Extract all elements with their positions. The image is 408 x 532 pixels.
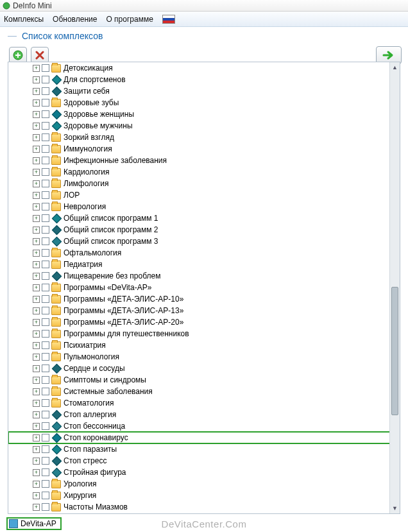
- checkbox[interactable]: [42, 145, 49, 153]
- expand-icon[interactable]: +: [33, 504, 40, 511]
- expand-icon[interactable]: +: [33, 342, 40, 349]
- checkbox[interactable]: [42, 284, 49, 291]
- checkbox[interactable]: [42, 492, 49, 499]
- expand-icon[interactable]: +: [33, 330, 40, 338]
- expand-icon[interactable]: +: [33, 215, 40, 222]
- tree-row[interactable]: +Программы для путешественников: [8, 328, 400, 339]
- expand-icon[interactable]: +: [33, 192, 40, 199]
- expand-icon[interactable]: +: [33, 458, 40, 465]
- expand-icon[interactable]: +: [33, 273, 40, 280]
- tree-row[interactable]: +Инфекционные заболевания: [8, 155, 400, 166]
- checkbox[interactable]: [42, 203, 49, 210]
- checkbox[interactable]: [42, 157, 49, 164]
- device-badge[interactable]: DeVita-AP: [6, 517, 62, 530]
- checkbox[interactable]: [42, 388, 49, 395]
- checkbox[interactable]: [42, 87, 49, 95]
- scroll-up-icon[interactable]: ▲: [390, 62, 400, 73]
- tree-row[interactable]: +Стоп аллергия: [8, 409, 400, 420]
- expand-icon[interactable]: +: [33, 481, 40, 488]
- expand-icon[interactable]: +: [33, 492, 40, 499]
- expand-icon[interactable]: +: [33, 88, 40, 95]
- expand-icon[interactable]: +: [33, 365, 40, 372]
- tree-row[interactable]: +Для спортсменов: [8, 74, 400, 85]
- tree-row[interactable]: +Стоматология: [8, 397, 400, 409]
- expand-icon[interactable]: +: [33, 284, 40, 291]
- checkbox[interactable]: [42, 180, 49, 187]
- checkbox[interactable]: [42, 64, 49, 72]
- expand-icon[interactable]: +: [33, 261, 40, 268]
- tree-row[interactable]: +Иммунология: [8, 143, 400, 155]
- checkbox[interactable]: [42, 503, 49, 511]
- expand-icon[interactable]: +: [33, 250, 40, 257]
- tree-row[interactable]: +Офтальмология: [8, 247, 400, 259]
- expand-icon[interactable]: +: [33, 296, 40, 303]
- checkbox[interactable]: [42, 76, 49, 83]
- tree-row[interactable]: +Системные заболевания: [8, 386, 400, 397]
- expand-icon[interactable]: +: [33, 411, 40, 418]
- checkbox[interactable]: [42, 191, 49, 199]
- checkbox[interactable]: [42, 468, 49, 476]
- expand-icon[interactable]: +: [33, 65, 40, 72]
- tree-row[interactable]: +Пульмонология: [8, 351, 400, 363]
- tree-row[interactable]: +Частоты Миазмов: [8, 501, 400, 513]
- tree-row[interactable]: +Симптомы и синдромы: [8, 374, 400, 386]
- checkbox[interactable]: [42, 122, 49, 130]
- tree-row[interactable]: +Психиатрия: [8, 339, 400, 351]
- tree-row[interactable]: +Зоркий взгляд: [8, 132, 400, 143]
- tree-row[interactable]: +Защити себя: [8, 85, 400, 97]
- tree-row[interactable]: +Программы «ДЕТА-ЭЛИС-АР-20»: [8, 316, 400, 328]
- tree[interactable]: +Детоксикация+Для спортсменов+Защити себ…: [8, 62, 400, 513]
- checkbox[interactable]: [42, 272, 49, 280]
- checkbox[interactable]: [42, 457, 49, 465]
- checkbox[interactable]: [42, 214, 49, 222]
- menu-about[interactable]: О программе: [106, 15, 153, 24]
- flag-icon[interactable]: [162, 15, 175, 24]
- scroll-thumb[interactable]: [391, 287, 398, 415]
- tree-row[interactable]: +Детоксикация: [8, 62, 400, 74]
- expand-icon[interactable]: +: [33, 319, 40, 326]
- expand-icon[interactable]: +: [33, 423, 40, 430]
- expand-icon[interactable]: +: [33, 134, 40, 141]
- checkbox[interactable]: [42, 376, 49, 384]
- menu-update[interactable]: Обновление: [53, 15, 97, 24]
- checkbox[interactable]: [42, 353, 49, 361]
- expand-icon[interactable]: +: [33, 434, 40, 442]
- tree-row[interactable]: +Стоп коронавирус: [8, 432, 400, 443]
- tree-row[interactable]: +Здоровье женщины: [8, 108, 400, 120]
- tree-row[interactable]: +Общий список программ 3: [8, 236, 400, 247]
- checkbox[interactable]: [42, 168, 49, 176]
- menu-complexes[interactable]: Комплексы: [4, 15, 44, 24]
- tree-row[interactable]: +Урология: [8, 478, 400, 490]
- checkbox[interactable]: [42, 237, 49, 245]
- checkbox[interactable]: [42, 99, 49, 107]
- tree-row[interactable]: +Стоп стресс: [8, 455, 400, 467]
- tree-row[interactable]: +Программы «ДЕТА-ЭЛИС-АР-13»: [8, 305, 400, 316]
- tree-row[interactable]: +Сердце и сосуды: [8, 363, 400, 374]
- tree-row[interactable]: +Общий список программ 1: [8, 212, 400, 224]
- tree-row[interactable]: +Лимфология: [8, 178, 400, 189]
- tree-row[interactable]: +Здоровье мужчины: [8, 120, 400, 132]
- tree-row[interactable]: +Хирургия: [8, 490, 400, 501]
- expand-icon[interactable]: +: [33, 99, 40, 107]
- checkbox[interactable]: [42, 261, 49, 268]
- checkbox[interactable]: [42, 434, 49, 442]
- checkbox[interactable]: [42, 480, 49, 488]
- tree-row[interactable]: +Программы «ДЕТА-ЭЛИС-АР-10»: [8, 293, 400, 305]
- expand-icon[interactable]: +: [33, 238, 40, 245]
- tree-row[interactable]: +Чистая кожа: [8, 513, 400, 513]
- expand-icon[interactable]: +: [33, 146, 40, 153]
- expand-icon[interactable]: +: [33, 354, 40, 361]
- expand-icon[interactable]: +: [33, 203, 40, 210]
- vertical-scrollbar[interactable]: ▲ ▼: [389, 62, 400, 513]
- expand-icon[interactable]: +: [33, 400, 40, 407]
- expand-icon[interactable]: +: [33, 227, 40, 234]
- checkbox[interactable]: [42, 330, 49, 338]
- scroll-down-icon[interactable]: ▼: [390, 503, 400, 513]
- checkbox[interactable]: [42, 422, 49, 430]
- checkbox[interactable]: [42, 411, 49, 418]
- expand-icon[interactable]: +: [33, 123, 40, 130]
- checkbox[interactable]: [42, 133, 49, 141]
- checkbox[interactable]: [42, 226, 49, 234]
- tree-row[interactable]: +Педиатрия: [8, 259, 400, 270]
- tree-row[interactable]: +Кардиология: [8, 166, 400, 178]
